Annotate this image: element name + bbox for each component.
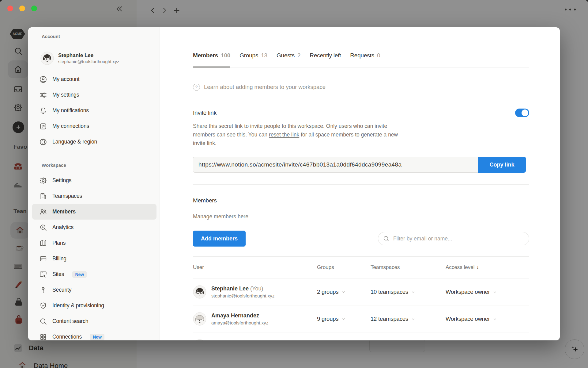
access-level-dropdown[interactable]: Workspace owner [446, 316, 529, 322]
sidebar-item-my-settings[interactable]: My settings [28, 87, 160, 103]
member-email: stephanie@toolsforthought.xyz [211, 293, 274, 299]
avatar [193, 339, 206, 341]
members-section-subtitle: Manage members here. [193, 211, 529, 222]
learn-link[interactable]: ? Learn about adding members to your wor… [193, 82, 529, 93]
access-level-value: Workspace owner [446, 316, 490, 322]
window-controls [7, 6, 37, 11]
chevron-down-icon [411, 290, 415, 294]
table-row: Amaya Hernandez amaya@toolsforthought.xy… [193, 305, 529, 332]
tab-requests[interactable]: Requests 0 [350, 50, 380, 61]
account-nav: My account My settings My notifications … [28, 71, 160, 150]
shield-check-icon [39, 302, 47, 310]
groups-value: 9 groups [317, 316, 338, 322]
sidebar-item-my-notifications[interactable]: My notifications [28, 103, 160, 118]
tab-count: 100 [221, 50, 230, 61]
credit-card-icon [39, 255, 47, 263]
members-icon [39, 208, 47, 216]
sidebar-item-label: My notifications [52, 107, 89, 114]
globe-icon [39, 138, 47, 146]
teamspaces-value: 10 teamspaces [371, 289, 408, 295]
sidebar-item-analytics[interactable]: Analytics [28, 220, 160, 235]
access-level-value: Workspace owner [446, 289, 490, 295]
sidebar-item-label: Members [52, 209, 76, 215]
sidebar-item-connections[interactable]: Connections New [28, 329, 160, 340]
sidebar-item-plans[interactable]: Plans [28, 235, 160, 251]
workspace-nav: Settings Teamspaces Members Analytics [28, 173, 160, 340]
groups-dropdown[interactable]: 9 groups [317, 316, 371, 322]
section-divider [193, 184, 529, 185]
member-email: amaya@toolsforthought.xyz [211, 320, 268, 326]
magnifier-icon [39, 317, 47, 325]
close-window-button[interactable] [7, 6, 13, 11]
teamspaces-dropdown[interactable]: 10 teamspaces [371, 289, 446, 295]
sidebar-item-security[interactable]: Security [28, 282, 160, 298]
sidebar-item-label: Identity & provisioning [52, 302, 104, 309]
invite-link-description: Share this secret link to invite people … [193, 122, 409, 148]
minimize-window-button[interactable] [19, 6, 25, 11]
magnifier-plus-icon [39, 224, 47, 232]
avatar [193, 312, 206, 326]
sidebar-item-label: Content search [52, 318, 88, 324]
screen: ACME Favo Tean Data Dat [0, 0, 588, 368]
zoom-window-button[interactable] [31, 6, 37, 11]
sidebar-item-language-region[interactable]: Language & region [28, 134, 160, 150]
sliders-icon [39, 91, 47, 99]
tab-label: Recently left [310, 50, 341, 61]
sidebar-item-members[interactable]: Members [32, 204, 156, 220]
header-teamspaces: Teamspaces [371, 264, 446, 270]
reset-link[interactable]: reset the link [269, 132, 299, 138]
tab-label: Groups [239, 50, 258, 61]
table-header: User Groups Teamspaces Access level↓ [193, 257, 529, 278]
sidebar-item-label: Settings [52, 177, 71, 184]
member-you-suffix: (You) [250, 286, 263, 292]
invite-url-field[interactable]: https://www.notion.so/acmesite/invite/c4… [193, 157, 478, 173]
sidebar-item-label: My settings [52, 92, 79, 98]
groups-dropdown[interactable]: 2 groups [317, 289, 371, 295]
map-icon [39, 239, 47, 247]
sidebar-item-teamspaces[interactable]: Teamspaces [28, 188, 160, 204]
bell-icon [39, 107, 47, 115]
browser-cursor-icon [39, 270, 47, 278]
teamspaces-value: 12 teamspaces [371, 316, 408, 322]
add-members-button[interactable]: Add members [193, 231, 246, 247]
building-icon [39, 192, 47, 200]
sidebar-item-label: Language & region [52, 139, 97, 145]
workspace-section-label: Workspace [42, 161, 160, 169]
new-badge: New [90, 334, 104, 340]
toggle-knob [522, 109, 528, 116]
avatar [193, 285, 206, 299]
header-access-level[interactable]: Access level↓ [446, 264, 529, 270]
filter-input[interactable] [393, 235, 524, 242]
members-section-title: Members [193, 197, 217, 204]
sidebar-item-billing[interactable]: Billing [28, 251, 160, 266]
sidebar-item-label: Analytics [52, 224, 74, 231]
chevron-down-icon [493, 290, 497, 294]
tab-guests[interactable]: Guests 2 [277, 50, 300, 61]
sidebar-item-content-search[interactable]: Content search [28, 313, 160, 329]
sidebar-item-settings[interactable]: Settings [28, 173, 160, 188]
account-section-label: Account [42, 33, 160, 40]
tab-members[interactable]: Members 100 [193, 50, 230, 61]
tab-groups[interactable]: Groups 13 [239, 50, 267, 61]
table-row: Stephanie Lee (You) stephanie@toolsforth… [193, 278, 529, 305]
search-icon [383, 235, 390, 242]
chevron-down-icon [493, 317, 497, 321]
chevron-down-icon [341, 317, 345, 321]
tab-count: 2 [297, 50, 300, 61]
tab-recently-left[interactable]: Recently left [310, 50, 341, 61]
invite-link-toggle[interactable] [515, 109, 529, 117]
tab-count: 13 [261, 50, 267, 61]
teamspaces-dropdown[interactable]: 12 teamspaces [371, 316, 446, 322]
sidebar-item-my-connections[interactable]: My connections [28, 118, 160, 134]
tab-label: Members [193, 50, 218, 61]
sidebar-item-identity-provisioning[interactable]: Identity & provisioning [28, 298, 160, 313]
access-level-dropdown[interactable]: Workspace owner [446, 289, 529, 295]
sidebar-item-sites[interactable]: Sites New [28, 266, 160, 282]
copy-link-button[interactable]: Copy link [478, 157, 526, 173]
learn-link-text: Learn about adding members to your works… [204, 82, 326, 93]
arrow-up-right-box-icon [39, 122, 47, 130]
sidebar-item-my-account[interactable]: My account [28, 71, 160, 87]
chevron-down-icon [341, 290, 345, 294]
settings-modal: Account Stephanie Lee stephanie@toolsfor… [28, 27, 560, 340]
user-circle-icon [39, 75, 47, 83]
